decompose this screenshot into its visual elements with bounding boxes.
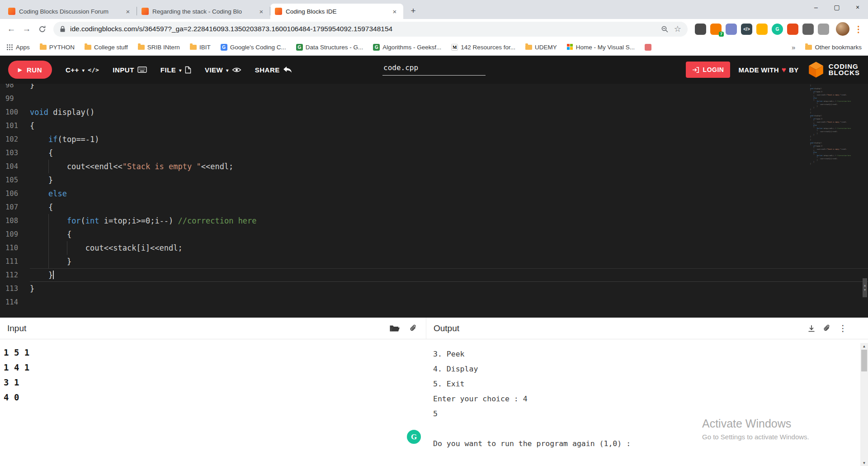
browser-tab[interactable]: Coding Blocks Discussion Forum× bbox=[4, 4, 137, 19]
activate-windows-watermark: Activate Windows Go to Settings to activ… bbox=[702, 417, 809, 441]
bookmark-item[interactable]: GGoogle's Coding C... bbox=[221, 44, 286, 51]
url-bar[interactable]: ide.codingblocks.com/s/364597?_ga=2.2284… bbox=[53, 22, 688, 37]
code-line-row[interactable]: 103 { bbox=[0, 146, 868, 160]
login-label: LOGIN bbox=[703, 66, 724, 73]
extension-icon-2[interactable]: 7 bbox=[710, 24, 722, 35]
line-number: 100 bbox=[0, 105, 30, 119]
output-scrollbar[interactable]: ▲ ▼ bbox=[860, 343, 868, 466]
code-line-row[interactable]: 109 { bbox=[0, 228, 868, 241]
code-line-row[interactable]: 111 } bbox=[0, 255, 868, 268]
code-line-row[interactable]: 98} bbox=[0, 84, 868, 92]
code-line-row[interactable]: 102 if(top==-1) bbox=[0, 133, 868, 146]
view-menu[interactable]: VIEW ▾ bbox=[205, 66, 241, 74]
bookmark-item[interactable]: Apps bbox=[6, 44, 30, 51]
input-panel[interactable]: 1 5 1 1 4 1 3 1 4 0 bbox=[0, 339, 426, 466]
heart-icon: ♥ bbox=[782, 66, 786, 74]
profile-avatar[interactable] bbox=[836, 22, 849, 36]
medium-favicon: M bbox=[451, 44, 458, 51]
extension-icon-9[interactable] bbox=[818, 24, 829, 35]
bookmark-item[interactable]: IBIT bbox=[190, 44, 211, 51]
input-text[interactable]: 1 5 1 1 4 1 3 1 4 0 bbox=[4, 345, 426, 405]
back-button[interactable]: ← bbox=[5, 22, 18, 36]
extension-icon-8[interactable] bbox=[802, 24, 814, 35]
bookmark-item[interactable]: College stuff bbox=[85, 44, 128, 51]
code-line-row[interactable]: 108 for(int i=top;i>=0;i--) //correction… bbox=[0, 214, 868, 228]
minimize-button[interactable]: – bbox=[806, 0, 826, 14]
grammarly-icon[interactable]: G bbox=[407, 430, 421, 444]
login-button[interactable]: LOGIN bbox=[686, 62, 731, 78]
extension-icon-1[interactable] bbox=[695, 24, 706, 35]
extension-icon-7[interactable] bbox=[787, 24, 798, 35]
maximize-button[interactable]: ▢ bbox=[826, 0, 847, 14]
grammarly-extension-icon[interactable]: G bbox=[772, 24, 783, 35]
file-menu[interactable]: FILE ▾ bbox=[160, 66, 191, 74]
bookmarks-overflow-chevron[interactable]: » bbox=[792, 43, 795, 51]
line-number: 102 bbox=[0, 133, 30, 146]
browser-tab[interactable]: Regarding the stack - Coding Blo× bbox=[137, 4, 270, 19]
output-menu-icon[interactable]: ⋮ bbox=[839, 324, 847, 333]
tab-close-icon[interactable]: × bbox=[124, 8, 132, 15]
output-scroll-thumb[interactable] bbox=[861, 350, 867, 371]
code-editor[interactable]: 98}99100void display()101{102 if(top==-1… bbox=[0, 84, 868, 318]
forward-button[interactable]: → bbox=[20, 22, 33, 36]
cube-icon bbox=[807, 61, 825, 79]
zoom-icon[interactable] bbox=[661, 25, 669, 33]
browser-menu-icon[interactable]: ⋮ bbox=[854, 24, 863, 34]
bookmark-item[interactable]: UDEMY bbox=[525, 44, 557, 51]
code-line-row[interactable]: 107 { bbox=[0, 200, 868, 214]
bookmark-item[interactable]: Home - My Visual S... bbox=[567, 44, 635, 51]
attach-output-icon[interactable] bbox=[823, 324, 831, 333]
editor-scrollbar[interactable]: ▲▼ bbox=[862, 84, 868, 318]
other-bookmarks[interactable]: Other bookmarks bbox=[805, 44, 862, 51]
microsoft-favicon bbox=[567, 44, 573, 50]
bookmark-item[interactable]: PYTHON bbox=[40, 44, 75, 51]
bookmark-item[interactable]: SRIB INtern bbox=[138, 44, 180, 51]
open-input-file-icon[interactable] bbox=[389, 324, 400, 333]
scroll-up-icon[interactable]: ▲ bbox=[860, 343, 868, 349]
code-line-row[interactable]: 113} bbox=[0, 282, 868, 295]
input-menu[interactable]: INPUT bbox=[113, 66, 147, 74]
bookmark-item[interactable]: GData Structures - G... bbox=[296, 44, 363, 51]
code-line-row[interactable]: 101{ bbox=[0, 119, 868, 133]
bookmark-item[interactable]: GAlgorithms - Geeksf... bbox=[373, 44, 441, 51]
code-line-row[interactable]: 114 bbox=[0, 295, 868, 309]
share-menu[interactable]: SHARE bbox=[255, 66, 292, 74]
line-number: 104 bbox=[0, 160, 30, 173]
bookmark-star-icon[interactable]: ☆ bbox=[674, 25, 681, 33]
run-button[interactable]: ▶ RUN bbox=[8, 61, 52, 79]
attach-input-icon[interactable] bbox=[409, 324, 418, 333]
geeksforgeeks-favicon: G bbox=[296, 44, 303, 51]
code-line-row[interactable]: 106 else bbox=[0, 187, 868, 200]
new-tab-button[interactable]: + bbox=[407, 5, 420, 17]
extension-icon-3[interactable] bbox=[726, 24, 737, 35]
download-output-icon[interactable] bbox=[807, 324, 816, 333]
bookmark-label: Google's Coding C... bbox=[230, 44, 286, 51]
bookmark-item-unlabeled[interactable] bbox=[645, 44, 651, 51]
bookmark-item[interactable]: M142 Resources for... bbox=[451, 44, 515, 51]
folder-icon bbox=[190, 45, 197, 50]
tab-close-icon[interactable]: × bbox=[391, 8, 399, 15]
code-line-row[interactable]: 104 cout<<endl<<"Stack is empty "<<endl; bbox=[0, 160, 868, 173]
code-line-row[interactable]: 99 bbox=[0, 92, 868, 105]
language-menu[interactable]: C++ ▾ </> bbox=[66, 66, 99, 74]
code-line-row[interactable]: 112 } bbox=[0, 268, 868, 282]
io-body: 1 5 1 1 4 1 3 1 4 0 3. Peek 4. Display 5… bbox=[0, 339, 868, 466]
extension-icon-5[interactable] bbox=[756, 24, 768, 35]
editor-scroll-thumb[interactable]: ▲▼ bbox=[863, 278, 867, 297]
refresh-button[interactable] bbox=[35, 22, 49, 36]
filename-input[interactable] bbox=[382, 62, 486, 76]
code-extension-icon[interactable]: </> bbox=[741, 24, 752, 35]
code-line: } bbox=[30, 268, 868, 282]
code-line-row[interactable]: 105 } bbox=[0, 173, 868, 187]
input-label: INPUT bbox=[113, 66, 134, 74]
site-info-lock-icon[interactable] bbox=[60, 26, 66, 33]
editor-minimap[interactable]: } void display(){ if(top==-1) { cout<<en… bbox=[810, 85, 859, 190]
folder-icon bbox=[138, 45, 145, 50]
site-favicon bbox=[645, 44, 651, 51]
code-line-row[interactable]: 100void display() bbox=[0, 105, 868, 119]
browser-tab[interactable]: Coding Blocks IDE× bbox=[270, 4, 403, 19]
tab-close-icon[interactable]: × bbox=[257, 8, 265, 15]
close-button[interactable]: × bbox=[847, 0, 868, 14]
scroll-down-icon[interactable]: ▼ bbox=[860, 460, 868, 466]
code-line-row[interactable]: 110 cout<<stack[i]<<endl; bbox=[0, 241, 868, 255]
